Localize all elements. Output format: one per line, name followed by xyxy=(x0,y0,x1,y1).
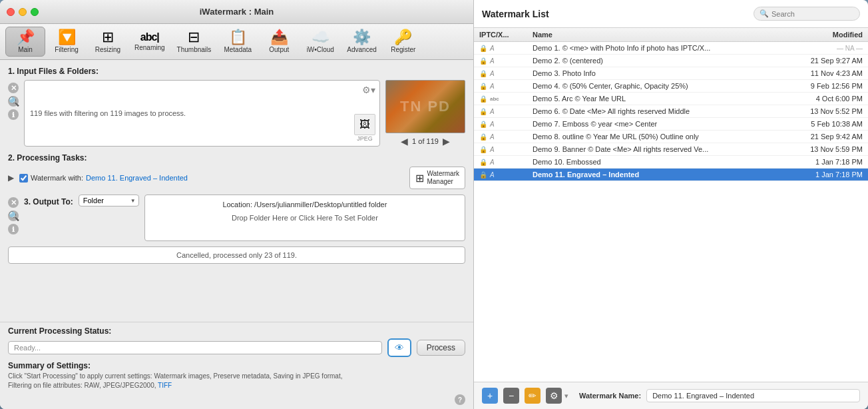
row-modified-2: 11 Nov 4:23 AM xyxy=(776,69,863,77)
processing-status-row: 👁 Process xyxy=(8,338,465,357)
toolbar-renaming-label: Renaming xyxy=(134,44,165,51)
status-input-field xyxy=(8,341,382,354)
watermark-manager-button[interactable]: ⊞ WatermarkManager xyxy=(409,167,465,189)
table-row[interactable]: 🔒 A Demo 6. © Date <Me> All rights reser… xyxy=(474,105,868,118)
title-bar: iWatermark : Main xyxy=(0,0,473,24)
table-row[interactable]: 🔒 abc Demo 5. Arc © Year Me URL 4 Oct 6:… xyxy=(474,93,868,105)
thumbnail-counter: 1 of 119 xyxy=(412,137,439,145)
lock-icon: 🔒 xyxy=(479,83,487,90)
row-meta-8: 🔒 A xyxy=(479,146,533,153)
maximize-button[interactable] xyxy=(31,8,39,16)
zoom-input-button[interactable]: 🔍 xyxy=(8,96,19,107)
output-controls: ✕ 🔍 ℹ xyxy=(8,195,19,234)
lock-icon: 🔒 xyxy=(479,159,487,166)
watermark-manager-icon: ⊞ xyxy=(415,172,424,185)
window-title: iWatermark : Main xyxy=(200,7,274,17)
row-name-3: Demo 4. © (50% Center, Graphic, Opacity … xyxy=(533,82,776,90)
thumbnail-image: TN PD xyxy=(385,80,465,133)
remove-watermark-button[interactable]: − xyxy=(503,388,519,404)
filtering-icon: 🔽 xyxy=(58,30,76,45)
table-row[interactable]: 🔒 A Demo 2. © (centered) 21 Sep 9:27 AM xyxy=(474,55,868,67)
toolbar-filtering[interactable]: 🔽 Filtering xyxy=(47,27,87,56)
row-modified-6: 5 Feb 10:38 AM xyxy=(776,120,863,128)
resizing-icon: ⊞ xyxy=(102,30,114,45)
thumbnails-icon: ⊟ xyxy=(188,30,200,45)
zoom-output-button[interactable]: 🔍 xyxy=(8,210,19,221)
file-icon-area: 🖼 JPEG xyxy=(354,114,375,142)
metadata-icon: 📋 xyxy=(229,30,247,45)
row-meta-1: 🔒 A xyxy=(479,57,533,65)
table-row[interactable]: 🔒 A Demo 9. Banner © Date <Me> All right… xyxy=(474,143,868,156)
remove-output-button[interactable]: ✕ xyxy=(8,197,19,208)
watermark-name-input[interactable] xyxy=(646,389,860,402)
expand-processing-icon[interactable]: ▶ xyxy=(8,173,14,183)
toolbar-main[interactable]: 📌 Main xyxy=(5,27,45,57)
watermark-table: 🔒 A Demo 1. © <me> with Photo Info if ph… xyxy=(474,42,868,382)
footer-dropdown-arrow[interactable]: ▾ xyxy=(564,392,568,400)
watermark-checkbox[interactable] xyxy=(19,174,28,183)
row-meta-3: 🔒 A xyxy=(479,83,533,90)
toolbar-output[interactable]: 📤 Output xyxy=(259,27,299,56)
toolbar-metadata[interactable]: 📋 Metadata xyxy=(218,27,258,56)
row-modified-7: 21 Sep 9:42 AM xyxy=(776,133,863,141)
input-gear-icon[interactable]: ⚙▾ xyxy=(362,85,375,95)
main-content: 1. Input Files & Folders: ✕ 🔍 ℹ 119 file… xyxy=(0,60,473,322)
lock-icon: 🔒 xyxy=(479,70,487,77)
summary-tiff-link: TIFF xyxy=(158,382,172,389)
info-output-button[interactable]: ℹ xyxy=(8,224,19,234)
processing-row: ▶ Watermark with: Demo 11. Engraved – In… xyxy=(8,167,465,189)
processing-status-title: Current Processing Status: xyxy=(8,326,465,336)
info-input-button[interactable]: ℹ xyxy=(8,109,19,120)
lock-icon: 🔒 xyxy=(479,108,487,115)
thumbnail-overlay: TN PD xyxy=(400,98,451,115)
table-row[interactable]: 🔒 A Demo 8. outline © Year Me URL (50%) … xyxy=(474,131,868,143)
col-name: Name xyxy=(533,31,776,39)
remove-input-button[interactable]: ✕ xyxy=(8,83,19,93)
row-name-0: Demo 1. © <me> with Photo Info if photo … xyxy=(533,44,776,52)
eye-preview-button[interactable]: 👁 xyxy=(387,338,411,357)
close-button[interactable] xyxy=(7,8,15,16)
toolbar-advanced-label: Advanced xyxy=(347,46,376,53)
minimize-button[interactable] xyxy=(19,8,27,16)
output-section-title: 3. Output To: xyxy=(24,195,73,206)
input-files-box[interactable]: 119 files with filtering on 119 images t… xyxy=(24,80,380,147)
toolbar-register[interactable]: 🔑 Register xyxy=(383,27,423,56)
row-modified-3: 9 Feb 12:56 PM xyxy=(776,82,863,90)
row-meta-6: 🔒 A xyxy=(479,121,533,128)
col-iptc: IPTC/X... xyxy=(479,31,533,39)
toolbar-resizing[interactable]: ⊞ Resizing xyxy=(88,27,128,56)
advanced-icon: ⚙️ xyxy=(353,30,371,45)
thumbnail-next-arrow[interactable]: ▶ xyxy=(443,136,450,147)
table-row[interactable]: 🔒 A Demo 4. © (50% Center, Graphic, Opac… xyxy=(474,80,868,93)
summary-text-1: Click "Start Processing" to apply curren… xyxy=(8,372,342,380)
row-name-10: Demo 11. Engraved – Indented xyxy=(533,171,776,179)
row-modified-4: 4 Oct 6:00 PM xyxy=(776,95,863,103)
toolbar-iwcloud-label: iW•Cloud xyxy=(307,46,334,53)
process-button[interactable]: Process xyxy=(417,340,465,356)
output-drop-label: Drop Folder Here or Click Here To Set Fo… xyxy=(150,214,459,222)
table-row[interactable]: 🔒 A Demo 1. © <me> with Photo Info if ph… xyxy=(474,42,868,55)
lock-icon: 🔒 xyxy=(479,171,487,179)
add-watermark-button[interactable]: + xyxy=(482,388,498,404)
table-row[interactable]: 🔒 A Demo 7. Emboss © year <me> Center 5 … xyxy=(474,118,868,131)
search-box: 🔍 xyxy=(754,7,860,21)
row-meta-9: 🔒 A xyxy=(479,159,533,166)
lock-icon: 🔒 xyxy=(479,133,487,141)
toolbar-thumbnails[interactable]: ⊟ Thumbnails xyxy=(172,27,217,56)
edit-watermark-button[interactable]: ✏ xyxy=(525,388,541,404)
watermark-list-title: Watermark List xyxy=(482,9,549,19)
right-header: Watermark List 🔍 xyxy=(474,0,868,28)
help-button[interactable]: ? xyxy=(455,394,465,405)
search-input[interactable] xyxy=(771,10,845,18)
toolbar-iwcloud[interactable]: ☁️ iW•Cloud xyxy=(300,27,340,56)
lock-icon: 🔒 xyxy=(479,95,487,103)
output-folder-dropdown[interactable]: Folder Same Folder Original xyxy=(79,195,139,206)
watermark-gear-button[interactable]: ⚙ xyxy=(546,388,562,404)
toolbar-renaming[interactable]: abc| Renaming xyxy=(129,29,170,54)
table-row-selected[interactable]: 🔒 A Demo 11. Engraved – Indented 1 Jan 7… xyxy=(474,169,868,181)
thumbnail-prev-arrow[interactable]: ◀ xyxy=(401,136,408,147)
toolbar-advanced[interactable]: ⚙️ Advanced xyxy=(341,27,381,56)
table-row[interactable]: 🔒 A Demo 10. Embossed 1 Jan 7:18 PM xyxy=(474,156,868,169)
output-folder-box[interactable]: Location: /Users/julianmiller/Desktop/un… xyxy=(144,195,465,241)
table-row[interactable]: 🔒 A Demo 3. Photo Info 11 Nov 4:23 AM xyxy=(474,67,868,80)
